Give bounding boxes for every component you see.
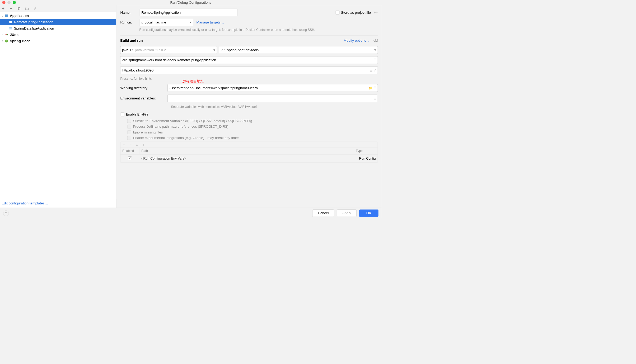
svg-rect-1 [18,8,20,10]
runon-select[interactable]: ⌂ Local machine ▾ [139,19,193,26]
tree-junit[interactable]: › JUnit [0,31,116,38]
down-icon: ▼ [142,143,145,146]
runon-label: Run on: [120,19,139,24]
junit-type-icon [4,32,9,37]
home-icon: ⌂ [141,21,143,24]
experimental-label: Enable experimental integrations (e.g. G… [133,136,239,140]
cancel-button[interactable]: Cancel [312,209,334,217]
add-config-icon[interactable] [1,7,5,10]
title-bar: Run/Debug Configurations [0,0,382,5]
list-icon[interactable]: ☰ [373,58,376,62]
main-panel: Name: Store as project file Run on: [116,5,382,208]
remove-config-icon[interactable] [9,7,13,10]
process-macro-label: Process JetBrains path macro references … [133,124,228,129]
working-dir-input[interactable] [167,84,378,92]
apply-button[interactable]: Apply [337,209,357,217]
name-input[interactable] [139,9,237,16]
gear-icon[interactable] [374,11,378,14]
tree-spring-boot[interactable]: › Spring Boot [0,38,116,44]
minimize-window-icon[interactable] [7,1,11,4]
program-args-input[interactable] [120,66,378,74]
col-type: Type [354,147,378,154]
name-label: Name: [120,11,139,15]
store-project-label: Store as project file [341,11,371,15]
tree-label: SpringDataJpaApplication [14,26,54,31]
process-macro-checkbox [127,125,131,128]
store-project-checkbox[interactable] [336,11,339,14]
svg-point-9 [375,12,376,13]
ignore-missing-label: Ignore missing files [133,130,163,135]
window-title: Run/Debug Configurations [170,1,212,5]
modify-shortcut: ⌥M [372,39,378,42]
substitute-env-checkbox [127,119,131,123]
up-icon: ▲ [135,143,138,146]
annotation-remote-url: 远程项目地址 [182,79,204,84]
row-enabled-checkbox [128,156,132,160]
tree-application[interactable]: ⌄ Application [0,12,116,19]
chevron-down-icon: ⌄ [367,39,370,43]
chevron-down-icon: ▾ [190,21,192,24]
chevron-right-icon: › [1,40,4,42]
list-icon[interactable]: ☰ [373,97,376,100]
sidebar-toolbar: ↓² [0,5,116,12]
runon-hint: Run configurations may be executed local… [139,27,378,32]
dialog-footer: ? Cancel Apply OK [0,208,382,218]
add-icon[interactable]: ＋ [122,142,126,147]
tree-label: RemoteSpringApplication [14,20,53,24]
folder-icon[interactable]: 📁 [368,86,372,90]
ok-button[interactable]: OK [359,209,378,217]
application-type-icon [4,13,9,18]
edit-templates-link[interactable]: Edit configuration templates… [2,201,48,205]
col-enabled: Enabled [120,147,139,154]
ignore-missing-checkbox [127,130,131,134]
svg-rect-3 [5,15,8,15]
col-path: Path [139,147,354,154]
modify-options-link[interactable]: Modify options ⌄ ⌥M [344,39,378,43]
application-icon [8,26,13,31]
sidebar: ↓² ⌄ Application RemoteSpringApplication… [0,5,116,208]
maximize-window-icon[interactable] [13,1,16,4]
substitute-env-label: Substitute Environment Variables (${FOO}… [133,119,252,123]
tree-spring-jpa[interactable]: SpringDataJpaApplication [0,25,116,31]
close-window-icon[interactable] [2,1,5,4]
tree-label: Spring Boot [10,39,30,43]
wd-label: Working directory: [120,86,163,90]
chevron-right-icon: › [1,33,4,36]
row-path: <Run Configuration Env Vars> [139,156,354,160]
spring-boot-type-icon [4,39,9,43]
chevron-down-icon: ▾ [213,48,215,52]
table-row[interactable]: <Run Configuration Env Vars> Run Config [120,155,378,162]
enable-envfile-label: Enable EnvFile [126,113,148,116]
copy-config-icon[interactable] [17,7,21,10]
chevron-down-icon: ▾ [374,48,376,52]
runon-value: Local machine [145,21,166,24]
config-tree: ⌄ Application RemoteSpringApplication Sp… [0,12,116,199]
chevron-down-icon: ⌄ [1,14,4,17]
sort-config-icon[interactable]: ↓² [33,7,37,10]
manage-targets-link[interactable]: Manage targets… [196,20,224,25]
jdk-select[interactable]: java 17 java version "17.0.2" ▾ [120,46,217,54]
envfile-table: ＋ － ▲ ▼ Enabled Path Type <Run Conf [120,142,378,162]
help-icon[interactable]: ? [3,210,9,216]
experimental-checkbox [127,136,131,140]
env-hint: Separate variables with semicolon: VAR=v… [171,105,378,109]
expand-icon[interactable]: ⤢ [374,68,377,72]
classpath-select[interactable]: -cp spring-boot-devtools ▾ [219,46,378,54]
folder-config-icon[interactable] [25,7,29,10]
tree-remote-spring[interactable]: RemoteSpringApplication [0,19,116,25]
application-icon [8,20,13,24]
remove-icon[interactable]: － [129,142,132,147]
main-class-input[interactable] [120,56,378,64]
env-label: Environment variables: [120,96,163,100]
svg-rect-7 [9,27,12,28]
tree-label: JUnit [10,33,18,37]
row-type: Run Config [354,156,378,160]
enable-envfile-checkbox[interactable] [120,113,124,116]
build-run-title: Build and run [120,39,143,43]
env-vars-input[interactable] [167,95,378,102]
list-icon[interactable]: ☰ [370,68,372,72]
tree-label: Application [10,14,29,18]
svg-rect-5 [9,21,12,21]
list-icon[interactable]: ☰ [373,86,376,90]
field-hints: Press ⌥ for field hints [120,76,378,80]
